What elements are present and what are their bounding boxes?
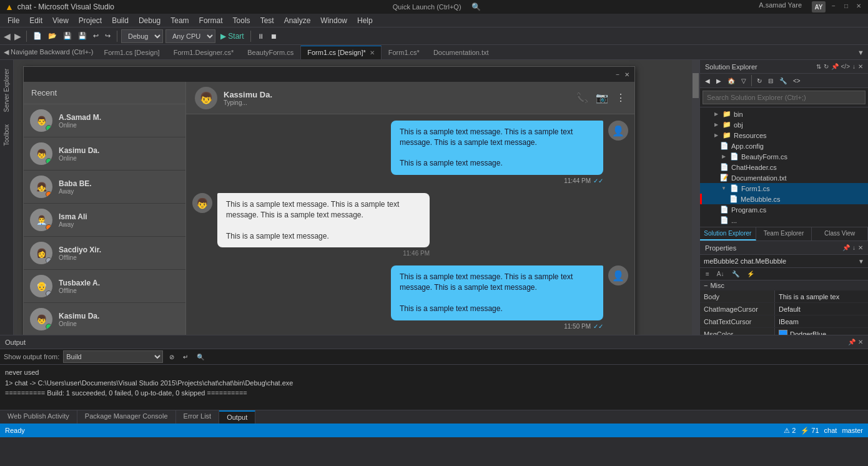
sol-refresh-btn[interactable]: ↻ [754,75,764,86]
designer-scrollbar[interactable] [692,60,699,335]
prop-section-toggle[interactable]: − [704,282,708,289]
menu-view[interactable]: View [47,15,74,26]
output-tab-web-publish[interactable]: Web Publish Activity [0,410,77,424]
solution-refresh-btn[interactable]: ↻ [824,63,829,70]
start-button[interactable]: ▶ Start [218,31,247,42]
sol-props-btn[interactable]: 🔧 [777,75,789,86]
prop-value[interactable]: DodgerBlue [775,328,868,335]
chat-window-close[interactable]: ✕ [624,71,629,78]
sol-code-view-btn[interactable]: <> [791,75,803,86]
sol-forward-btn[interactable]: ▶ [714,75,724,86]
navigate-forward-button[interactable]: ▶ [13,31,22,41]
output-tab-package-manager[interactable]: Package Manager Console [77,410,176,424]
phone-icon[interactable]: 📞 [576,92,588,104]
output-tab-error-list[interactable]: Error List [176,410,220,424]
properties-dock-btn[interactable]: ↓ [852,244,856,251]
menu-analyze[interactable]: Analyze [279,15,316,26]
toolbar-extra-btn1[interactable]: ⏸ [255,31,267,41]
tree-program[interactable]: 📄 Program.cs [700,204,868,215]
menu-tools[interactable]: Tools [228,15,255,26]
sol-home-btn[interactable]: 🏠 [725,75,737,86]
tab-form1-designer[interactable]: Form1.Designer.cs* [167,46,241,59]
menu-format[interactable]: Format [194,15,228,26]
tree-appconfig[interactable]: 📄 App.config [700,141,868,151]
prop-properties-btn[interactable]: 🔧 [729,269,742,279]
tab-solution-explorer[interactable]: Solution Explorer [700,227,756,240]
server-explorer-label[interactable]: Server Explorer [2,65,11,116]
sol-collapse-btn[interactable]: ⊟ [766,75,776,86]
prop-value[interactable]: IBeam [775,315,868,327]
video-icon[interactable]: 📷 [596,92,608,104]
menu-team[interactable]: Team [165,15,194,26]
output-source-dropdown[interactable]: Build Debug [63,350,163,363]
prop-value[interactable]: This is a sample tex [775,290,868,302]
solution-pin-btn[interactable]: 📌 [831,63,839,70]
debug-config-dropdown[interactable]: Debug [121,29,163,43]
output-close-btn[interactable]: ✕ [858,339,863,345]
solution-search-input[interactable] [703,91,866,104]
tab-documentation[interactable]: Documentation.txt [427,46,496,59]
solution-dock-btn[interactable]: ↓ [852,63,856,70]
prop-events-btn[interactable]: ⚡ [744,269,757,279]
toolbar-extra-btn2[interactable]: ⏹ [268,31,280,41]
tab-class-view[interactable]: Class View [812,227,868,240]
tab-close-icon[interactable]: ✕ [370,49,375,56]
output-word-wrap-btn[interactable]: ↵ [180,352,190,362]
navigate-backward-button[interactable]: ◀ Navigate Backward (Ctrl+-) [0,48,97,56]
open-button[interactable]: 📂 [46,31,59,41]
menu-build[interactable]: Build [107,15,134,26]
tree-toggle[interactable]: ▶ [713,121,720,129]
tree-toggle[interactable]: ▼ [720,185,727,192]
chat-window-minimize[interactable]: − [616,71,619,78]
navigate-back-button[interactable]: ◀ [2,31,12,41]
menu-window[interactable]: Window [315,15,352,26]
contact-kasimu2[interactable]: 👦 Kasimu Da. Online [24,303,185,335]
contact-bababe[interactable]: 👧 Baba BE. Away [24,171,185,204]
output-clear-btn[interactable]: ⊘ [167,352,177,362]
tree-beautyform[interactable]: ▶ 📄 BeautyForm.cs [700,151,868,162]
properties-pin-btn[interactable]: 📌 [842,244,850,251]
platform-dropdown[interactable]: Any CPU [165,29,215,43]
properties-dropdown-icon[interactable]: ▼ [858,258,864,265]
tab-form1-design-active[interactable]: Form1.cs [Design]* ✕ [300,46,382,59]
new-project-button[interactable]: 📄 [31,31,44,41]
properties-close-btn[interactable]: ✕ [858,244,863,251]
tree-chatheader[interactable]: 📄 ChatHeader.cs [700,162,868,172]
tree-resources[interactable]: ▶ 📁 Resources [700,130,868,141]
tab-form1-cs[interactable]: Form1.cs* [382,46,427,59]
tree-toggle[interactable]: ▶ [720,153,727,161]
maximize-button[interactable]: □ [842,1,851,10]
output-pin-btn[interactable]: 📌 [848,339,856,345]
menu-file[interactable]: File [2,15,24,26]
solution-code-btn[interactable]: </> [841,63,850,70]
save-button[interactable]: 💾 [61,31,74,41]
tree-form1[interactable]: ▼ 📄 Form1.cs [700,183,868,194]
menu-project[interactable]: Project [74,15,107,26]
tree-documentation[interactable]: 📝 Documentation.txt [700,172,868,183]
sol-filter-btn[interactable]: ▽ [739,75,749,86]
menu-help[interactable]: Help [352,15,378,26]
contact-tusbaxle[interactable]: 👴 Tusbaxle A. Offline [24,270,185,303]
contact-kasimu[interactable]: 👦 Kasimu Da. Online [24,137,185,171]
tree-toggle[interactable]: ▶ [713,132,720,139]
undo-button[interactable]: ↩ [91,31,101,41]
output-tab-output[interactable]: Output [219,410,255,424]
tab-form1-design[interactable]: Form1.cs [Design] [97,46,166,59]
output-find-btn[interactable]: 🔍 [194,352,207,362]
solution-close-btn[interactable]: ✕ [858,63,863,70]
prop-alphabetical-btn[interactable]: A↓ [714,269,727,279]
prop-value[interactable]: Default [775,303,868,315]
contact-sacdiyo[interactable]: 👩 Sacdiyo Xir. Offline [24,237,185,270]
tab-team-explorer[interactable]: Team Explorer [756,227,812,240]
tab-beautyform[interactable]: BeautyForm.cs [240,46,300,59]
menu-edit[interactable]: Edit [24,15,47,26]
tab-dropdown-button[interactable]: ▼ [854,49,868,56]
save-all-button[interactable]: 💾 [76,31,89,41]
minimize-button[interactable]: − [829,1,838,10]
tree-bin[interactable]: ▶ 📁 bin [700,109,868,119]
tree-other[interactable]: 📄 ... [700,215,868,226]
more-options-icon[interactable]: ⋮ [616,92,626,104]
close-button[interactable]: ✕ [854,1,863,10]
tree-obj[interactable]: ▶ 📁 obj [700,119,868,130]
toolbox-label[interactable]: Toolbox [2,121,11,149]
